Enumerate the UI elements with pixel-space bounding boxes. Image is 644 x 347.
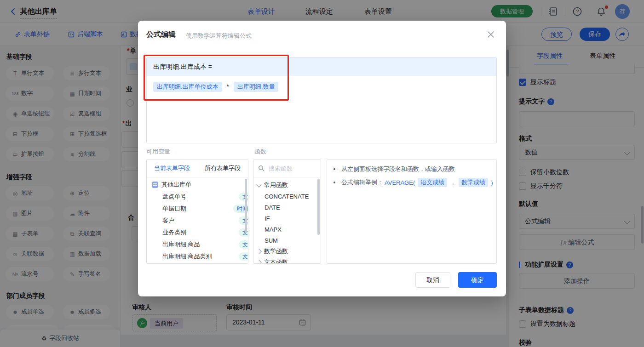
chevron-right-icon [256, 260, 261, 264]
tip-example-function: AVERAGE( [385, 179, 415, 186]
functions-section-label: 函数 [254, 148, 266, 156]
variable-row[interactable]: 客户文本 [147, 215, 248, 227]
variables-scrollbar[interactable] [245, 179, 247, 233]
function-name: MAPX [264, 226, 282, 233]
function-name: SUM [264, 237, 278, 244]
search-icon [258, 165, 264, 171]
function-item[interactable]: CONCATENATE [264, 191, 309, 202]
function-name: CONCATENATE [264, 193, 309, 200]
variable-row[interactable]: 出库明细.商品文本 [147, 239, 248, 250]
chevron-down-icon [256, 182, 261, 187]
tip-example-prefix: 公式编辑举例： [341, 178, 383, 187]
formula-operand-chip[interactable]: 出库明细.数量 [234, 82, 279, 92]
variables-panel: 当前表单字段 所有表单字段 其他出库单 盘点单号文本 单据日期时间戳 客户文本 … [146, 159, 248, 264]
formula-expression-row: 出库明细.出库单位成本 * 出库明细.数量 [147, 76, 496, 98]
function-group-text[interactable]: 文本函数 [253, 257, 288, 264]
tip-example-close-paren: ) [491, 179, 493, 186]
function-item[interactable]: MAPX [264, 224, 282, 235]
variable-row[interactable]: 单据日期时间戳 [147, 203, 248, 215]
chevron-right-icon [256, 249, 261, 254]
variable-type-badge: 文本 [239, 240, 248, 249]
bullet-icon [334, 182, 335, 183]
formula-target: 出库明细.出库成本 = [153, 63, 212, 70]
function-name: DATE [264, 204, 280, 211]
variable-type-badge: 文本 [239, 252, 248, 261]
tip-example-line: 公式编辑举例： AVERAGE( 语文成绩 ， 数学成绩 ) [334, 178, 493, 187]
variable-name: 出库明细.商品类别 [162, 252, 239, 261]
variable-name: 业务类别 [162, 228, 239, 237]
formula-operator: * [227, 83, 229, 90]
function-search-row [253, 159, 321, 177]
variable-row[interactable]: 盘点单号文本 [147, 191, 248, 203]
variable-name: 单据日期 [162, 205, 233, 213]
modal-title: 公式编辑 [146, 30, 176, 40]
variable-name: 盘点单号 [162, 193, 239, 201]
function-group-math[interactable]: 数学函数 [253, 246, 288, 257]
variable-tree-root[interactable]: 其他出库单 [147, 179, 248, 191]
app-root: 其他出库单 表单设计 流程设定 表单设置 数据管理 ? 存 表单外链 后端脚本 [0, 0, 644, 347]
formula-tips-panel: 从左侧面板选择字段名和函数，或输入函数 公式编辑举例： AVERAGE( 语文成… [327, 159, 497, 264]
variables-section-label: 可用变量 [146, 148, 170, 156]
close-icon[interactable] [486, 30, 495, 39]
formula-editor[interactable]: 出库明细.出库成本 = 出库明细.出库单位成本 * 出库明细.数量 [146, 57, 497, 143]
tip-example-arg-chip: 语文成绩 [418, 178, 447, 187]
formula-target-row: 出库明细.出库成本 = [147, 57, 496, 76]
functions-scrollbar[interactable] [317, 179, 320, 235]
tip-text: 从左侧面板选择字段名和函数，或输入函数 [341, 165, 455, 173]
cancel-button[interactable]: 取消 [415, 272, 450, 288]
tip-line: 从左侧面板选择字段名和函数，或输入函数 [334, 165, 455, 173]
tab-all-form-fields[interactable]: 所有表单字段 [197, 159, 248, 177]
function-search-input[interactable] [268, 165, 313, 172]
function-item[interactable]: IF [264, 213, 270, 224]
function-item[interactable]: SUM [264, 235, 278, 246]
variables-tabs: 当前表单字段 所有表单字段 [147, 159, 248, 177]
function-item[interactable]: DATE [264, 202, 280, 213]
modal-subtitle: 使用数学运算符编辑公式 [186, 32, 252, 40]
form-doc-icon [152, 182, 158, 188]
function-group-label: 常用函数 [264, 181, 288, 189]
tip-example-arg-chip: 数学成绩 [459, 178, 488, 187]
variable-name: 出库明细.商品 [162, 240, 239, 249]
variable-root-name: 其他出库单 [161, 181, 248, 189]
tip-example-comma: ， [450, 178, 456, 187]
confirm-button[interactable]: 确定 [458, 272, 497, 288]
tab-current-form-fields[interactable]: 当前表单字段 [147, 159, 197, 177]
function-name: IF [264, 215, 270, 222]
formula-edit-modal: 公式编辑 使用数学运算符编辑公式 出库明细.出库成本 = 出库明细.出库单位成本… [138, 21, 506, 296]
formula-operand-chip[interactable]: 出库明细.出库单位成本 [153, 82, 222, 92]
variable-row[interactable]: 出库明细.商品类别文本 [147, 250, 248, 262]
variable-name: 客户 [162, 216, 239, 225]
function-group-label: 数学函数 [264, 247, 288, 256]
bullet-icon [334, 168, 335, 170]
variable-row[interactable]: 业务类别文本 [147, 227, 248, 239]
functions-panel: 常用函数 CONCATENATE DATE IF MAPX SUM 数学函数 文… [253, 159, 321, 264]
function-group-common[interactable]: 常用函数 [253, 180, 288, 191]
function-group-label: 文本函数 [264, 258, 288, 264]
